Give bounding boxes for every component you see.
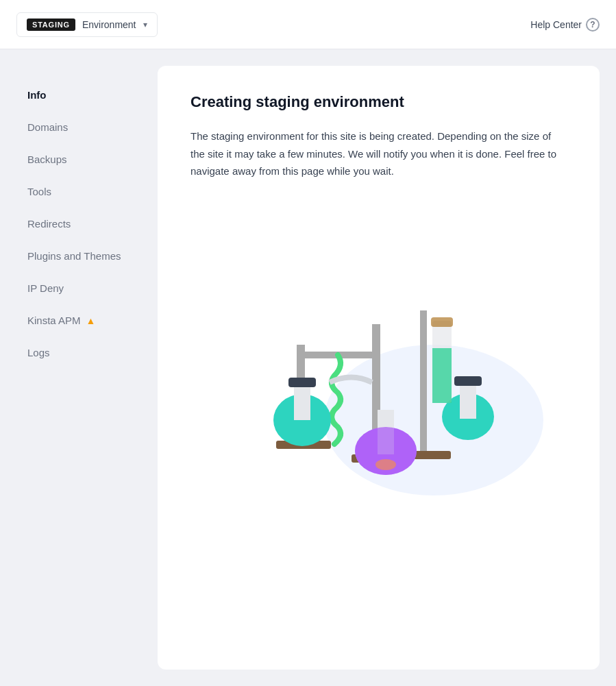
page-title: Creating staging environment [190, 93, 567, 111]
sidebar-item-plugins-themes[interactable]: Plugins and Themes [14, 241, 158, 271]
svg-point-20 [375, 459, 396, 470]
chevron-down-icon: ▾ [143, 20, 147, 29]
sidebar-item-redirects[interactable]: Redirects [14, 208, 158, 239]
environment-selector[interactable]: STAGING Environment ▾ [16, 12, 158, 37]
header-right: Help Center ? [530, 18, 600, 32]
svg-rect-10 [288, 378, 316, 387]
help-center-label: Help Center [530, 19, 582, 30]
svg-rect-16 [431, 317, 453, 327]
description-text: The staging environment for this site is… [190, 127, 560, 180]
main-content: Creating staging environment The staging… [158, 66, 600, 670]
svg-rect-13 [454, 376, 482, 386]
sidebar-item-domains[interactable]: Domains [14, 112, 158, 143]
svg-rect-3 [297, 352, 372, 358]
environment-label: Environment [82, 19, 136, 30]
sidebar-item-ip-deny[interactable]: IP Deny [14, 273, 158, 304]
sidebar-item-kinsta-apm[interactable]: Kinsta APM ▲ [14, 305, 158, 336]
svg-rect-15 [432, 348, 452, 403]
svg-rect-6 [420, 310, 427, 458]
help-icon: ? [586, 18, 600, 32]
main-layout: Info Domains Backups Tools Redirects Plu… [0, 49, 616, 686]
illustration-container [190, 208, 567, 495]
sidebar-item-backups[interactable]: Backups [14, 144, 158, 175]
sidebar: Info Domains Backups Tools Redirects Plu… [0, 66, 158, 670]
warning-icon: ▲ [86, 315, 96, 326]
sidebar-item-info[interactable]: Info [14, 79, 158, 110]
header: STAGING Environment ▾ Help Center ? [0, 0, 616, 49]
sidebar-item-tools[interactable]: Tools [14, 176, 158, 207]
staging-badge: STAGING [27, 19, 75, 31]
staging-illustration [214, 208, 543, 495]
sidebar-item-logs[interactable]: Logs [14, 337, 158, 368]
help-center-link[interactable]: Help Center ? [530, 18, 600, 32]
